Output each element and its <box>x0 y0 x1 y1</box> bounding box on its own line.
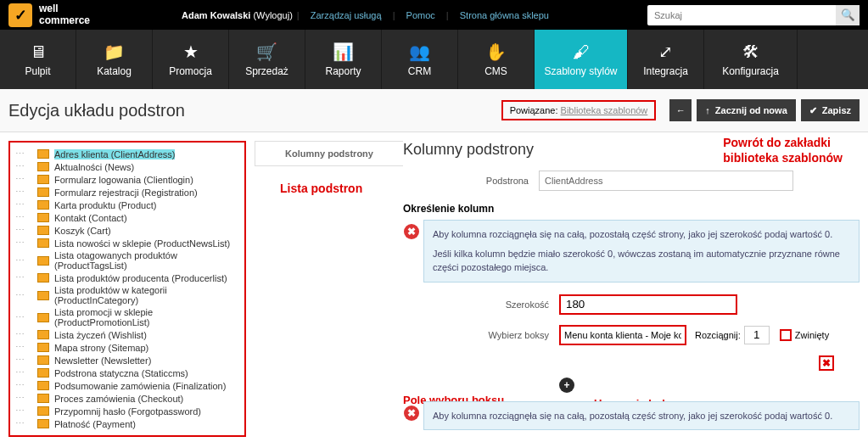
help-link[interactable]: Pomoc <box>406 10 435 20</box>
right-column: Kolumny podstrony Podstrona Określenie k… <box>403 132 868 442</box>
nav-pulpit[interactable]: 🖥Pulpit <box>0 30 76 89</box>
tree-label: Lista produktów w kategorii (ProductInCa… <box>54 285 239 305</box>
folder-icon <box>37 419 49 428</box>
back-button[interactable]: ← <box>669 99 692 121</box>
check-icon: ✔ <box>809 105 817 116</box>
tree-item[interactable]: ⋯Lista nowości w sklepie (ProductNewsLis… <box>15 237 239 249</box>
folder-icon <box>37 273 49 283</box>
search-box[interactable]: 🔍 <box>647 5 860 25</box>
main-nav: 🖥Pulpit 📁Katalog ★Promocja 🛒Sprzedaż 📊Ra… <box>0 30 868 89</box>
delete-box-button[interactable]: ✖ <box>819 355 834 371</box>
nav-label: Integracja <box>643 65 688 77</box>
columns-tab[interactable]: Kolumny podstrony <box>255 141 403 166</box>
tree-item[interactable]: ⋯Płatność (Payment) <box>15 417 239 430</box>
info-box-2: ✖ Aby kolumna rozciągnęła się na całą, p… <box>423 401 860 431</box>
nav-promocja[interactable]: ★Promocja <box>153 30 229 89</box>
folder-icon <box>37 343 49 352</box>
nav-label: Konfiguracja <box>722 65 779 77</box>
tree-item[interactable]: ⋯Formularz rejestracji (Registration) <box>15 186 239 199</box>
info-text-1: Aby kolumna rozciągnęła się na całą, poz… <box>433 227 850 242</box>
select-box-label: Wybierz boksy <box>423 330 559 340</box>
tree-item[interactable]: ⋯Przypomnij hasło (Forgotpassword) <box>15 405 239 417</box>
brush-icon: 🖌 <box>573 42 590 62</box>
width-label: Szerokość <box>423 299 559 310</box>
logo-text-bottom: commerce <box>39 15 90 26</box>
tree-item[interactable]: ⋯Lista produktów producenta (Producerlis… <box>15 271 239 284</box>
tree-list: ⋯Adres klienta (ClientAddress) ⋯Aktualno… <box>15 148 239 430</box>
tree-item[interactable]: ⋯Podsumowanie zamówienia (Finalization) <box>15 379 239 392</box>
tree-label: Kontakt (Contact) <box>54 213 127 223</box>
close-icon[interactable]: ✖ <box>404 406 419 421</box>
folder-icon <box>37 368 49 378</box>
hand-icon: ✋ <box>485 42 507 62</box>
nav-integracja[interactable]: ⤢Integracja <box>628 30 704 89</box>
start-over-button[interactable]: ↑Zacznij od nowa <box>697 99 795 121</box>
folder-icon <box>37 213 49 222</box>
subpage-input[interactable] <box>539 171 793 191</box>
nav-label: Raporty <box>325 65 361 77</box>
nav-katalog[interactable]: 📁Katalog <box>76 30 153 89</box>
arrow-left-icon: ← <box>676 105 686 115</box>
tree-item[interactable]: ⋯Formularz logowania (Clientlogin) <box>15 173 239 186</box>
manage-service-link[interactable]: Zarządzaj usługą <box>311 10 382 20</box>
folder-icon <box>37 406 49 416</box>
tree-label: Lista nowości w sklepie (ProductNewsList… <box>54 238 230 249</box>
related-link[interactable]: Biblioteka szablonów <box>561 105 648 115</box>
close-icon[interactable]: ✖ <box>404 224 419 239</box>
panel-title: Kolumny podstrony <box>403 141 860 159</box>
tree-item[interactable]: ⋯Lista życzeń (Wishlist) <box>15 328 239 341</box>
tree-label: Lista otagowanych produktów (ProductTags… <box>54 250 239 271</box>
tree-item[interactable]: ⋯Lista otagowanych produktów (ProductTag… <box>15 249 239 271</box>
nav-label: Szablony stylów <box>544 65 617 77</box>
folder-icon <box>37 200 49 210</box>
left-column: ⋯Adres klienta (ClientAddress) ⋯Aktualno… <box>0 132 255 442</box>
folder-icon <box>37 238 49 248</box>
nav-label: CRM <box>408 65 431 77</box>
tree-label: Podstrona statyczna (Staticcms) <box>54 368 188 378</box>
monitor-icon: 🖥 <box>30 42 47 62</box>
tree-item[interactable]: ⋯Aktualności (News) <box>15 160 239 173</box>
tree-item[interactable]: ⋯Proces zamówienia (Checkout) <box>15 392 239 405</box>
nav-label: Pulpit <box>25 65 50 77</box>
tree-item[interactable]: ⋯Kontakt (Contact) <box>15 211 239 224</box>
tree-item[interactable]: ⋯Lista produktów w kategorii (ProductInC… <box>15 284 239 306</box>
tree-item[interactable]: ⋯Podstrona statyczna (Staticcms) <box>15 366 239 379</box>
tree-item[interactable]: ⋯Mapa strony (Sitemap) <box>15 341 239 354</box>
nav-szablony[interactable]: 🖌Szablony stylów <box>535 30 628 89</box>
nav-cms[interactable]: ✋CMS <box>458 30 535 89</box>
box-select[interactable] <box>559 325 686 345</box>
collapsed-checkbox[interactable]: Zwinięty <box>780 329 829 341</box>
top-links: Adam Kowalski (Wyloguj) | Zarządzaj usłu… <box>90 10 647 20</box>
button-label: Zacznij od nowa <box>715 105 787 115</box>
checkbox-icon <box>780 329 792 341</box>
user-name: Adam Kowalski <box>182 10 250 20</box>
stretch-input[interactable] <box>744 326 770 344</box>
tools-icon: 🛠 <box>742 42 759 62</box>
folder-icon <box>37 175 49 184</box>
nav-sprzedaz[interactable]: 🛒Sprzedaż <box>229 30 305 89</box>
save-button[interactable]: ✔Zapisz <box>801 99 860 121</box>
info-text-2: Jeśli kilka kolumn będzie miało szerokoś… <box>433 247 850 275</box>
tree-label: Aktualności (News) <box>54 162 134 172</box>
page-header: Edycja układu podstron Powiązane: Biblio… <box>0 89 868 132</box>
cart-icon: 🛒 <box>256 42 277 62</box>
logo[interactable]: ✓ well commerce <box>8 3 90 27</box>
tree-item[interactable]: ⋯Lista promocji w sklepie (ProductPromot… <box>15 306 239 328</box>
add-button[interactable]: + <box>559 378 574 393</box>
mid-column: Kolumny podstrony <box>255 132 403 442</box>
info-box-1: ✖ Aby kolumna rozciągnęła się na całą, p… <box>423 220 860 283</box>
search-button[interactable]: 🔍 <box>836 5 860 25</box>
button-label: Zapisz <box>822 105 851 115</box>
search-input[interactable] <box>647 10 836 20</box>
nav-raporty[interactable]: 📊Raporty <box>305 30 382 89</box>
tree-item[interactable]: ⋯Koszyk (Cart) <box>15 224 239 237</box>
nav-konfiguracja[interactable]: 🛠Konfiguracja <box>704 30 798 89</box>
tree-item[interactable]: ⋯Newsletter (Newsletter) <box>15 354 239 366</box>
tree-item[interactable]: ⋯Karta produktu (Product) <box>15 199 239 211</box>
nav-crm[interactable]: 👥CRM <box>382 30 458 89</box>
store-home-link[interactable]: Strona główna sklepu <box>460 10 549 20</box>
tree-item[interactable]: ⋯Adres klienta (ClientAddress) <box>15 148 239 160</box>
subpage-label: Podstrona <box>403 176 539 186</box>
logout-link[interactable]: (Wyloguj) <box>253 10 292 20</box>
width-input[interactable] <box>559 294 737 315</box>
